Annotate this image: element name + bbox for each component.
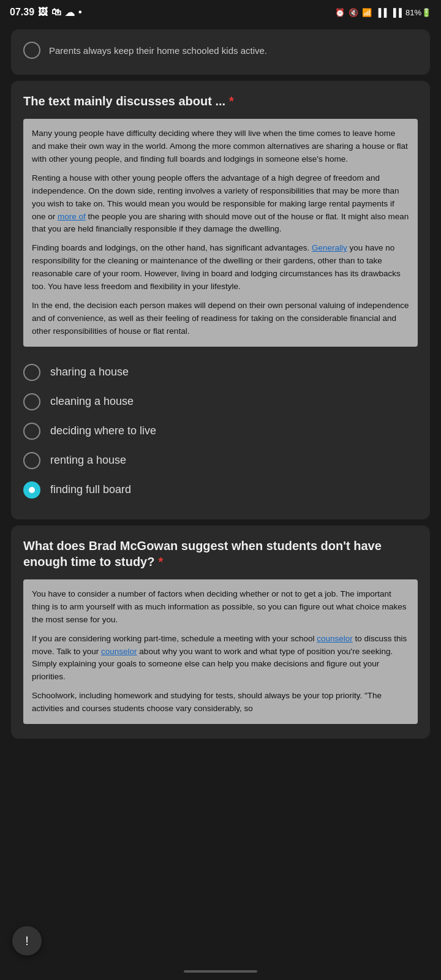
option-row-3[interactable]: deciding where to live bbox=[23, 417, 418, 446]
option-row-1[interactable]: sharing a house bbox=[23, 358, 418, 387]
question2-passage: You have to consider a number of factors… bbox=[23, 579, 418, 724]
option-label-4: renting a house bbox=[50, 454, 126, 467]
passage-para-3: Finding boards and lodgings, on the othe… bbox=[32, 242, 409, 293]
alarm-icon: ⏰ bbox=[335, 8, 345, 17]
time-display: 07.39 bbox=[10, 7, 34, 18]
shopping-icon: 🛍 bbox=[51, 7, 61, 18]
previous-option-text: Parents always keep their home schooled … bbox=[49, 42, 267, 57]
q2-passage-para-2: If you are considering working part-time… bbox=[32, 633, 409, 684]
q2-passage-para-3: Schoolwork, including homework and study… bbox=[32, 690, 409, 715]
q2-passage-para-1: You have to consider a number of factors… bbox=[32, 588, 409, 627]
radio-deciding-where[interactable] bbox=[23, 423, 40, 440]
option-label-1: sharing a house bbox=[50, 366, 129, 379]
signal2-icon: ▐▐ bbox=[391, 8, 402, 17]
option-label-3: deciding where to live bbox=[50, 424, 156, 437]
nav-pill bbox=[184, 970, 257, 973]
counselor-link-1[interactable]: counselor bbox=[317, 634, 353, 643]
wifi-icon: 📶 bbox=[362, 8, 372, 17]
previous-option-row[interactable]: Parents always keep their home schooled … bbox=[23, 42, 418, 59]
required-star-1: * bbox=[229, 94, 234, 108]
cloud-icon: ☁ bbox=[65, 7, 75, 18]
mute-icon: 🔇 bbox=[349, 8, 358, 17]
signal1-icon: ▐▐ bbox=[375, 8, 386, 17]
battery-display: 81%🔋 bbox=[405, 8, 431, 17]
option-row-4[interactable]: renting a house bbox=[23, 446, 418, 475]
radio-renting-house[interactable] bbox=[23, 452, 40, 469]
radio-finding-full-board[interactable] bbox=[23, 481, 40, 499]
dot-icon: • bbox=[78, 7, 82, 18]
radio-sharing-house[interactable] bbox=[23, 364, 40, 381]
question1-passage: Many young people have difficulty decidi… bbox=[23, 119, 418, 347]
counselor-link-2[interactable]: counselor bbox=[101, 647, 137, 656]
nav-bar bbox=[0, 963, 441, 980]
option-row-2[interactable]: cleaning a house bbox=[23, 387, 418, 417]
status-bar: 07.39 🖼 🛍 ☁ • ⏰ 🔇 📶 ▐▐ ▐▐ 81%🔋 bbox=[0, 0, 441, 24]
passage-para-2: Renting a house with other young people … bbox=[32, 172, 409, 236]
fab-button[interactable]: ! bbox=[12, 926, 42, 956]
top-card: Parents always keep their home schooled … bbox=[11, 29, 430, 75]
status-right: ⏰ 🔇 📶 ▐▐ ▐▐ 81%🔋 bbox=[335, 8, 431, 17]
radio-cleaning-house[interactable] bbox=[23, 393, 40, 410]
photo-icon: 🖼 bbox=[38, 7, 48, 18]
question2-title: What does Brad McGowan suggest when stud… bbox=[23, 538, 418, 570]
fab-icon: ! bbox=[25, 934, 29, 948]
question2-card: What does Brad McGowan suggest when stud… bbox=[11, 526, 430, 739]
passage-para-4: In the end, the decision each person mak… bbox=[32, 300, 409, 338]
passage-para-1: Many young people have difficulty decidi… bbox=[32, 127, 409, 166]
generally-link[interactable]: Generally bbox=[312, 243, 347, 252]
status-left: 07.39 🖼 🛍 ☁ • bbox=[10, 7, 82, 18]
required-star-2: * bbox=[158, 555, 163, 568]
option-label-2: cleaning a house bbox=[50, 395, 134, 408]
more-of-link[interactable]: more of bbox=[58, 212, 86, 221]
option-label-5: finding full board bbox=[50, 483, 131, 496]
question1-card: The text mainly discusses about ...* Man… bbox=[11, 81, 430, 519]
option-row-5[interactable]: finding full board bbox=[23, 475, 418, 505]
previous-radio[interactable] bbox=[23, 42, 40, 59]
question1-title: The text mainly discusses about ...* bbox=[23, 93, 418, 109]
